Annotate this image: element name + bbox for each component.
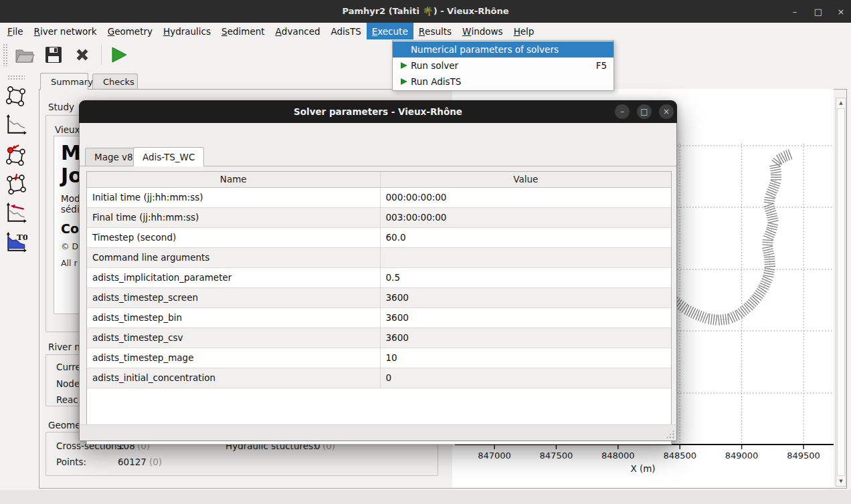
scroll-down-arrow-icon[interactable]: ▼ — [836, 477, 846, 486]
param-row-4[interactable]: adists_implicitation_parameter0.5 — [87, 267, 671, 287]
dialog-title: Solver parameters - Vieux-Rhône — [79, 106, 677, 117]
cross-section-mark — [725, 314, 727, 325]
menu-sediment[interactable]: Sediment — [216, 23, 270, 39]
cross-section-mark — [762, 246, 773, 248]
window-maximize-button[interactable]: □ — [808, 0, 829, 23]
solver-parameters-dialog: Solver parameters - Vieux-Rhône – □ × Ma… — [79, 100, 677, 441]
param-value-cell[interactable]: 0 — [380, 368, 671, 388]
param-value-cell[interactable]: 3600 — [380, 328, 671, 348]
initial-conditions-button[interactable]: T0 — [4, 231, 28, 255]
param-value-cell[interactable] — [380, 247, 671, 267]
param-name-cell[interactable]: adists_timestep_bin — [87, 307, 380, 328]
window-minimize-button[interactable]: – — [784, 0, 806, 23]
column-header-name: Name — [87, 172, 380, 187]
param-name-cell[interactable]: adists_timestep_csv — [87, 328, 380, 348]
param-row-8[interactable]: adists_timestep_mage10 — [87, 348, 671, 368]
side-toolbar-drag-handle[interactable] — [7, 75, 25, 80]
save-button[interactable] — [42, 43, 65, 66]
param-value-cell[interactable]: 000:00:00:00 — [380, 187, 671, 207]
param-name-cell[interactable]: adists_implicitation_parameter — [87, 267, 380, 287]
param-name-cell[interactable]: Timestep (second) — [87, 227, 380, 247]
x-tick-label: 847500 — [540, 451, 573, 461]
reach-editor-icon — [5, 172, 27, 195]
resize-grip[interactable] — [666, 430, 674, 438]
run-solver-button[interactable] — [108, 43, 130, 66]
open-folder-button[interactable] — [13, 43, 36, 66]
menu-adists[interactable]: AdisTS — [326, 23, 367, 39]
node-editor-button[interactable] — [4, 142, 28, 166]
menu-item-run-solver[interactable]: Run solver F5 — [393, 57, 613, 74]
scrollbar-thumb[interactable] — [837, 108, 845, 476]
param-row-2[interactable]: Timestep (second)60.0 — [87, 227, 671, 247]
param-value-cell[interactable]: 0.5 — [380, 267, 671, 287]
close-study-button[interactable] — [71, 43, 94, 66]
param-name-cell[interactable]: Command line arguments — [87, 247, 380, 267]
menu-item-numerical-parameters[interactable]: Numerical parameters of solvers — [393, 41, 613, 57]
param-value-cell[interactable]: 3600 — [380, 287, 671, 307]
menu-advanced[interactable]: Advanced — [270, 23, 326, 39]
sediment-layers-button[interactable] — [4, 201, 28, 225]
play-icon — [399, 77, 411, 86]
tab-checks[interactable]: Checks — [92, 74, 138, 89]
menu-geometry[interactable]: Geometry — [102, 23, 158, 39]
x-tick-label: 849500 — [787, 451, 820, 461]
scroll-up-arrow-icon[interactable]: ▲ — [836, 98, 846, 108]
vertical-scrollbar[interactable]: ▲ ▼ — [836, 98, 846, 487]
menu-item-shortcut: F5 — [596, 60, 607, 71]
cross-section-mark — [763, 249, 773, 251]
dialog-body: Mage v8 Adis-TS_WC Name Value Initial ti… — [79, 123, 677, 424]
param-name-cell[interactable]: Final time (jj:hh:mm:ss) — [87, 207, 380, 227]
menu-windows[interactable]: Windows — [457, 23, 508, 39]
play-icon — [399, 61, 411, 70]
cross-section-mark — [686, 306, 691, 316]
river-network-button[interactable] — [4, 84, 28, 108]
tab-summary[interactable]: Summary — [40, 73, 88, 90]
menu-item-run-adists[interactable]: Run AdisTS — [393, 74, 613, 90]
dialog-tab-adis-ts-wc[interactable]: Adis-TS_WC — [133, 147, 204, 166]
cross-section-mark — [757, 289, 765, 295]
param-row-1[interactable]: Final time (jj:hh:mm:ss)003:00:00:00 — [87, 207, 671, 227]
x-tick-label: 848500 — [663, 451, 696, 461]
menu-help[interactable]: Help — [508, 23, 540, 39]
cross-section-mark — [768, 223, 779, 225]
param-row-3[interactable]: Command line arguments — [87, 247, 671, 267]
param-value-cell[interactable]: 10 — [380, 348, 671, 368]
cross-section-mark — [682, 304, 688, 313]
param-name-cell[interactable]: adists_initial_concentration — [87, 368, 380, 388]
param-row-7[interactable]: adists_timestep_csv3600 — [87, 328, 671, 348]
menu-river-network[interactable]: River network — [29, 23, 102, 39]
geometry-profile-button[interactable] — [4, 113, 28, 137]
param-row-5[interactable]: adists_timestep_screen3600 — [87, 287, 671, 307]
tab-checks-label: Checks — [103, 77, 134, 87]
menu-hydraulics[interactable]: Hydraulics — [158, 23, 216, 39]
cross-section-mark — [764, 259, 775, 259]
menu-execute[interactable]: Execute — [367, 23, 413, 39]
dialog-close-button[interactable]: × — [659, 104, 674, 119]
dialog-maximize-button[interactable]: □ — [637, 104, 652, 119]
param-row-9[interactable]: adists_initial_concentration0 — [87, 368, 671, 388]
river-network-icon — [5, 84, 27, 107]
param-value-cell[interactable]: 60.0 — [380, 227, 671, 247]
window-close-button[interactable]: × — [830, 0, 851, 23]
param-name-cell[interactable]: adists_timestep_mage — [87, 348, 380, 368]
dialog-minimize-button[interactable]: – — [615, 104, 630, 119]
cross-section-mark — [765, 261, 775, 262]
param-value-cell[interactable]: 3600 — [380, 307, 671, 328]
param-name-cell[interactable]: Initial time (jj:hh:mm:ss) — [87, 187, 380, 207]
toolbar-drag-handle[interactable] — [3, 43, 7, 66]
param-name-cell[interactable]: adists_timestep_screen — [87, 287, 380, 307]
reach-editor-button[interactable] — [4, 172, 28, 196]
river-centerline — [669, 154, 790, 320]
param-row-6[interactable]: adists_timestep_bin3600 — [87, 307, 671, 328]
cross-section-mark — [740, 307, 747, 316]
cross-section-mark — [765, 266, 775, 267]
cross-section-mark — [711, 314, 712, 325]
dialog-titlebar[interactable]: Solver parameters - Vieux-Rhône – □ × — [79, 100, 677, 123]
x-tick-label: 848000 — [601, 451, 635, 461]
menu-file[interactable]: File — [2, 23, 29, 39]
param-value-cell[interactable]: 003:00:00:00 — [380, 207, 671, 227]
cross-section-mark — [781, 152, 786, 162]
param-row-0[interactable]: Initial time (jj:hh:mm:ss)000:00:00:00 — [87, 187, 671, 207]
menu-item-label: Numerical parameters of solvers — [411, 44, 559, 55]
menu-results[interactable]: Results — [413, 23, 457, 39]
